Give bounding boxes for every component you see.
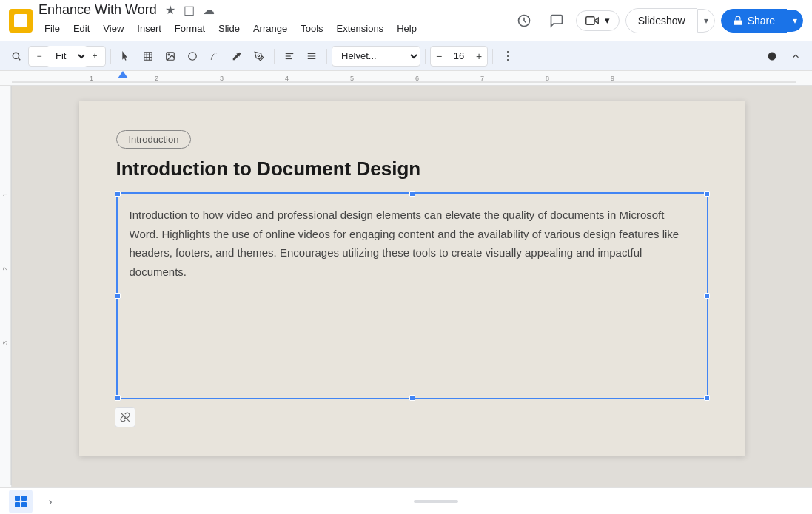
ruler: 1 2 3 4 5 6 7 8 9 [0, 71, 812, 86]
menu-file[interactable]: File [38, 21, 66, 35]
font-size-input[interactable] [447, 50, 471, 61]
font-size-increase[interactable]: + [471, 46, 487, 67]
grid-cell-2 [21, 496, 27, 501]
resize-handle-bottom-left[interactable] [115, 395, 121, 401]
scroll-indicator [68, 500, 803, 503]
text-box-selected[interactable]: Introduction to how video and profession… [116, 192, 708, 399]
title-area: Enhance With Word ★ ◫ ☁ File Edit View I… [38, 2, 505, 38]
align-left-tool[interactable] [279, 46, 300, 67]
cloud-icon[interactable]: ☁ [201, 3, 216, 18]
svg-line-5 [19, 58, 21, 60]
svg-text:2: 2 [1, 267, 9, 271]
frame-tool[interactable] [138, 46, 158, 67]
bottom-bar: › [0, 487, 812, 514]
search-button[interactable] [6, 46, 27, 67]
zoom-minus-button[interactable]: − [32, 46, 47, 67]
share-dropdown[interactable]: ▾ [787, 10, 803, 32]
font-size-decrease[interactable]: − [431, 46, 447, 67]
title-bar: Enhance With Word ★ ◫ ☁ File Edit View I… [0, 0, 812, 41]
menu-slide[interactable]: Slide [212, 21, 246, 35]
resize-handle-middle-left[interactable] [115, 293, 121, 299]
svg-text:7: 7 [480, 75, 484, 82]
drive-icon[interactable]: ◫ [182, 3, 197, 18]
title-name-row: Enhance With Word ★ ◫ ☁ [38, 2, 505, 18]
menu-edit[interactable]: Edit [67, 21, 95, 35]
svg-text:3: 3 [220, 75, 224, 82]
app-icon [9, 9, 33, 33]
grid-cell-1 [15, 496, 20, 501]
separator-1 [110, 49, 111, 64]
svg-text:1: 1 [90, 75, 93, 82]
main-area: 1 2 3 Introduction Introduction to Docum… [0, 86, 812, 487]
title-icons: ★ ◫ ☁ [163, 3, 216, 18]
menu-extensions[interactable]: Extensions [331, 21, 390, 35]
grid-view-button[interactable] [9, 490, 33, 513]
resize-handle-bottom-middle[interactable] [409, 395, 415, 401]
slideshow-button[interactable]: Slideshow [625, 8, 697, 33]
separator-3 [326, 49, 327, 64]
more-options-button[interactable]: ⋮ [497, 46, 518, 67]
menu-tools[interactable]: Tools [295, 21, 329, 35]
resize-handle-top-left[interactable] [115, 191, 121, 197]
resize-handle-middle-right[interactable] [704, 293, 710, 299]
app-icon-inner [14, 14, 27, 27]
resize-handle-bottom-right[interactable] [704, 395, 710, 401]
menu-help[interactable]: Help [391, 21, 423, 35]
menu-format[interactable]: Format [169, 21, 211, 35]
svg-text:4: 4 [285, 75, 289, 82]
resize-handle-top-right[interactable] [704, 191, 710, 197]
svg-point-12 [168, 54, 170, 55]
color-fill-tool[interactable] [227, 46, 247, 67]
svg-point-18 [768, 52, 776, 60]
circle-button[interactable] [762, 46, 782, 67]
camera-label: ▾ [605, 15, 610, 26]
history-button[interactable] [511, 7, 537, 34]
menu-view[interactable]: View [97, 21, 130, 35]
font-select[interactable]: Helvet... [332, 46, 420, 67]
line-spacing-tool[interactable] [301, 46, 322, 67]
resize-handle-top-middle[interactable] [409, 191, 415, 197]
share-button[interactable]: Share [721, 9, 787, 33]
text-link-icon[interactable] [115, 407, 135, 427]
doc-title: Enhance With Word [38, 2, 157, 18]
svg-rect-6 [144, 52, 152, 60]
pointer-tool[interactable] [115, 46, 136, 67]
menu-arrange[interactable]: Arrange [247, 21, 293, 35]
font-size-group: − + [430, 46, 488, 67]
camera-group[interactable]: ▾ [576, 10, 620, 31]
title-bar-right: ▾ Slideshow ▾ Share ▾ [511, 7, 803, 34]
menu-insert[interactable]: Insert [131, 21, 167, 35]
svg-point-4 [13, 53, 19, 58]
slideshow-dropdown[interactable]: ▾ [697, 9, 715, 33]
separator-5 [492, 49, 493, 64]
svg-point-13 [189, 52, 197, 60]
share-label: Share [748, 15, 775, 27]
separator-4 [425, 49, 426, 64]
svg-text:1: 1 [1, 193, 9, 197]
slide-title[interactable]: Introduction to Document Design [116, 158, 708, 180]
zoom-plus-button[interactable]: + [87, 46, 102, 67]
comment-button[interactable] [543, 7, 570, 34]
scroll-bar [414, 500, 458, 503]
grid-icon [15, 496, 27, 507]
line-tool[interactable] [204, 46, 225, 67]
svg-rect-2 [586, 16, 594, 24]
pen-tool[interactable] [249, 46, 269, 67]
collapse-toolbar-button[interactable] [785, 46, 806, 67]
grid-cell-3 [15, 502, 20, 507]
grid-cell-4 [21, 502, 27, 507]
shape-tool[interactable] [182, 46, 203, 67]
expand-panel-button[interactable]: › [38, 490, 62, 513]
separator-2 [274, 49, 275, 64]
slide-container: Introduction Introduction to Document De… [79, 101, 745, 456]
svg-text:9: 9 [611, 75, 614, 82]
menu-bar: File Edit View Insert Format Slide Arran… [38, 18, 505, 38]
svg-marker-29 [118, 71, 128, 78]
svg-point-14 [258, 55, 259, 56]
slide-body-text[interactable]: Introduction to how video and profession… [130, 206, 695, 281]
share-group: Share ▾ [721, 9, 803, 33]
image-tool[interactable] [160, 46, 181, 67]
star-icon[interactable]: ★ [163, 3, 178, 18]
zoom-select[interactable]: Fit [47, 46, 87, 67]
toolbar: − Fit + [0, 41, 812, 71]
